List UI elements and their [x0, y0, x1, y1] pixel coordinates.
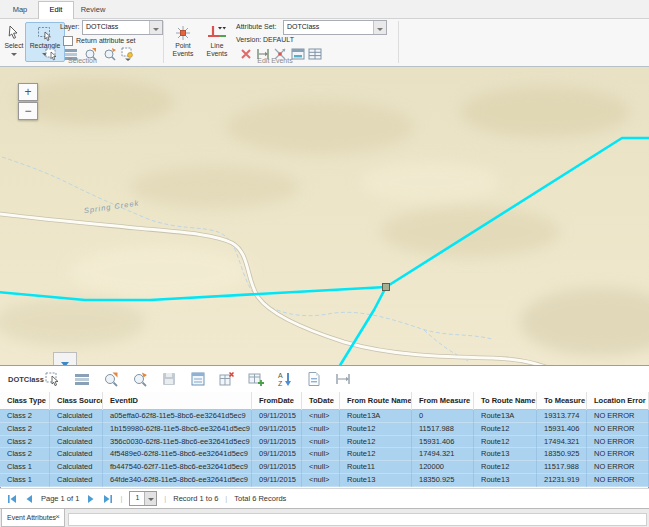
page-number-dropdown[interactable] — [144, 492, 156, 505]
header-cell[interactable]: Class Source — [50, 392, 103, 410]
version-value: DEFAULT — [263, 34, 294, 45]
show-selected-icon[interactable] — [74, 371, 90, 387]
header-cell[interactable]: To Measure — [537, 392, 587, 410]
table-cell: Class 2 — [0, 410, 50, 423]
first-page-button[interactable] — [7, 494, 17, 504]
table-cell: <null> — [302, 448, 340, 461]
map-canvas: Spring Creek — [0, 67, 649, 365]
table-cell: NO ERROR — [587, 423, 649, 436]
table-cell: <null> — [302, 423, 340, 436]
zoom-out-button[interactable]: − — [18, 102, 38, 120]
table-cell: 11517.988 — [412, 423, 474, 436]
table-cell: <null> — [302, 461, 340, 474]
delete-selected-icon[interactable] — [219, 371, 235, 387]
header-cell[interactable]: To Route Name — [474, 392, 537, 410]
attribute-set-combobox[interactable]: DOTClass — [283, 20, 387, 35]
tab-edit[interactable]: Edit — [38, 1, 74, 20]
next-page-button[interactable] — [86, 494, 96, 504]
table-cell: 15931.406 — [412, 436, 474, 449]
table-cell: 120000 — [412, 461, 474, 474]
header-cell[interactable]: Class Type — [0, 392, 50, 410]
svg-text:A: A — [278, 372, 283, 379]
previous-page-button[interactable] — [24, 494, 34, 504]
select-button[interactable]: Select — [2, 22, 26, 62]
table-row[interactable]: Class 1Calculatedfb447540-62f7-11e5-8bc6… — [0, 461, 649, 474]
rectangle-select-icon — [26, 25, 64, 42]
table-row[interactable]: Class 2Calculated4f5489e0-62f8-11e5-8bc6… — [0, 448, 649, 461]
page-number-value: 1 — [130, 492, 144, 505]
table-cell: Route12 — [474, 423, 537, 436]
save-edits-icon[interactable] — [161, 371, 177, 387]
attribute-set-combobox-dropdown[interactable] — [373, 21, 386, 34]
zoom-in-button[interactable]: + — [18, 83, 38, 101]
layer-combobox[interactable]: DOTClass — [82, 20, 163, 35]
pager-separator: | — [120, 494, 122, 503]
table-row[interactable]: Class 2Calculated1b159980-62f8-11e5-8bc6… — [0, 423, 649, 436]
table-cell: Calculated — [50, 436, 103, 449]
pan-to-selected-icon[interactable] — [132, 371, 148, 387]
table-cell: <null> — [302, 436, 340, 449]
line-events-button[interactable]: Line Events — [200, 22, 234, 62]
header-cell[interactable]: EventID — [103, 392, 252, 410]
table-row[interactable]: Class 2Calculated356c0030-62f8-11e5-8bc6… — [0, 436, 649, 449]
table-cell: 356c0030-62f8-11e5-8bc6-ee32641d5ec9 — [103, 436, 252, 449]
pagination-bar: Page 1 of 1 | 1 | Record 1 to 6 | Total … — [0, 488, 649, 508]
table-cell: Route13A — [340, 410, 412, 423]
layer-combobox-dropdown[interactable] — [149, 21, 162, 34]
table-cell: 21231.919 — [537, 474, 587, 487]
tab-event-attributes[interactable]: Event Attributes × — [1, 509, 65, 527]
select-dropdown-icon — [11, 53, 17, 56]
close-icon[interactable]: × — [55, 509, 60, 525]
add-record-icon[interactable] — [248, 371, 264, 387]
table-cell: Route12 — [340, 423, 412, 436]
page-label: Page 1 of 1 — [41, 494, 79, 503]
point-events-button[interactable]: Point Events — [166, 22, 200, 62]
svg-text:Z: Z — [278, 380, 283, 387]
table-cell: <null> — [302, 410, 340, 423]
table-cell: a05effa0-62f8-11e5-8bc6-ee32641d5ec9 — [103, 410, 252, 423]
page-number-combobox[interactable]: 1 — [129, 491, 157, 506]
measure-icon[interactable] — [335, 371, 351, 387]
tab-map[interactable]: Map — [6, 2, 34, 18]
tab-strip-well — [68, 513, 647, 526]
last-page-button[interactable] — [103, 494, 113, 504]
total-records-label: Total 6 Records — [234, 494, 286, 503]
point-events-icon — [167, 25, 199, 42]
table-cell: Calculated — [50, 423, 103, 436]
header-cell[interactable]: From Route Name — [340, 392, 412, 410]
table-cell: 09/11/2015 — [252, 461, 302, 474]
route-junction-marker[interactable] — [383, 284, 390, 291]
table-cell: Route13 — [340, 474, 412, 487]
attribute-set-combobox-value: DOTClass — [287, 21, 319, 33]
open-attribute-form-icon[interactable] — [190, 371, 206, 387]
table-cell: 09/11/2015 — [252, 423, 302, 436]
point-events-label: Point Events — [167, 42, 199, 58]
header-cell[interactable]: From Measure — [412, 392, 474, 410]
table-cell: Route12 — [474, 436, 537, 449]
tab-review[interactable]: Review — [76, 2, 110, 18]
select-cursor-icon — [3, 25, 25, 42]
return-attribute-set-checkbox[interactable] — [63, 36, 73, 46]
selection-group-label: Selection — [40, 57, 125, 64]
sort-records-icon[interactable]: AZ — [277, 371, 293, 387]
select-button-label: Select — [3, 42, 25, 50]
table-cell: NO ERROR — [587, 461, 649, 474]
view-attachments-icon[interactable] — [306, 371, 322, 387]
header-cell[interactable]: ToDate — [302, 392, 340, 410]
table-cell: Route12 — [474, 461, 537, 474]
table-cell: 4f5489e0-62f8-11e5-8bc6-ee32641d5ec9 — [103, 448, 252, 461]
header-cell[interactable]: FromDate — [252, 392, 302, 410]
table-cell: Class 2 — [0, 436, 50, 449]
table-row[interactable]: Class 2Calculateda05effa0-62f8-11e5-8bc6… — [0, 410, 649, 423]
panel-collapse-button[interactable] — [53, 352, 77, 365]
table-cell: Route11 — [340, 461, 412, 474]
panel-title: DOTClass — [8, 375, 44, 384]
header-cell[interactable]: Location Error — [587, 392, 649, 410]
map-view[interactable]: Spring Creek + − — [0, 67, 649, 365]
table-cell: 17494.321 — [412, 448, 474, 461]
table-row[interactable]: Class 1Calculated64fde340-62f8-11e5-8bc6… — [0, 474, 649, 487]
table-cell: Class 2 — [0, 448, 50, 461]
table-cell: 09/11/2015 — [252, 410, 302, 423]
zoom-to-selected-icon[interactable] — [103, 371, 119, 387]
select-tool-icon[interactable] — [45, 371, 61, 387]
